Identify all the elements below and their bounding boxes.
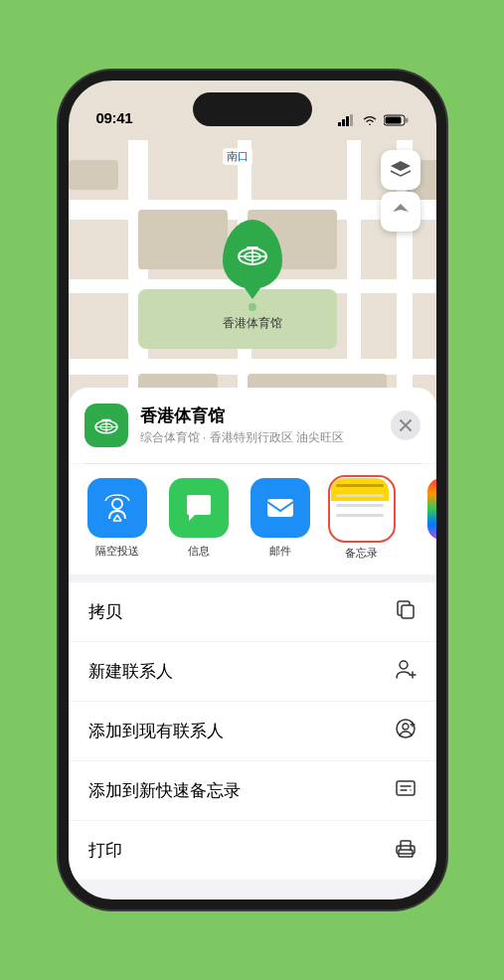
map-controls [381,150,420,234]
pin-label: 香港体育馆 [223,315,282,332]
mail-icon [263,491,297,525]
svg-rect-2 [346,116,349,126]
svg-rect-11 [247,246,258,249]
svg-point-25 [400,661,408,669]
notes-line-1 [336,484,384,487]
location-card-icon [84,404,128,447]
print-icon [395,837,417,864]
stadium-icon [235,237,270,272]
action-new-contact[interactable]: 新建联系人 [69,642,436,702]
messages-icon [182,491,216,525]
action-print[interactable]: 打印 [69,821,436,880]
airdrop-icon-bg [87,478,147,538]
share-item-more[interactable]: 提 [409,478,436,561]
action-add-existing[interactable]: 添加到现有联系人 [69,702,436,761]
phone-frame: 09:41 [59,71,446,909]
svg-rect-23 [267,499,293,517]
location-card-text: 香港体育馆 综合体育馆 · 香港特别行政区 油尖旺区 [140,405,391,446]
person-circle-icon [395,718,417,744]
svg-line-21 [117,515,121,521]
location-card-stadium-icon [92,411,120,439]
svg-rect-16 [101,419,110,421]
action-copy-label: 拷贝 [88,600,122,623]
phone-inner: 09:41 [69,81,436,899]
pin-icon-container [223,220,282,289]
share-item-notes[interactable]: 备忘录 [327,478,397,561]
messages-icon-bg [169,478,229,538]
svg-point-29 [403,724,409,730]
mail-icon-bg [251,478,310,538]
action-print-label: 打印 [88,839,122,862]
map-type-button[interactable] [381,150,420,190]
svg-line-20 [113,515,117,521]
status-icons [338,114,409,126]
svg-point-28 [397,720,415,737]
mail-label: 邮件 [269,544,291,559]
location-arrow-icon [391,202,411,222]
battery-icon [384,114,409,126]
more-icon-bg [427,478,436,540]
person-add-icon [395,658,417,685]
svg-rect-32 [397,781,415,795]
messages-label: 信息 [188,544,210,559]
location-card: 香港体育馆 综合体育馆 · 香港特别行政区 油尖旺区 [69,388,436,463]
notes-icon-highlighted [331,478,393,540]
action-copy[interactable]: 拷贝 [69,582,436,642]
signal-icon [338,114,356,126]
airdrop-label: 隔空投送 [95,544,139,559]
notes-icon [331,478,389,536]
svg-rect-5 [385,117,401,124]
pin-shadow [249,303,256,311]
share-item-messages[interactable]: 信息 [164,478,234,561]
notes-add-icon [395,777,417,804]
action-add-notes-label: 添加到新快速备忘录 [88,779,241,802]
status-time: 09:41 [96,109,133,126]
svg-point-19 [112,499,122,509]
share-item-airdrop[interactable]: 隔空投送 [83,478,152,561]
svg-rect-1 [342,119,345,126]
copy-icon [395,598,417,625]
action-list: 拷贝 新建联系人 [69,582,436,880]
notes-line-4 [336,514,384,517]
location-pin: 香港体育馆 [223,220,282,332]
action-add-existing-label: 添加到现有联系人 [88,720,224,742]
svg-rect-24 [402,605,414,618]
action-add-notes[interactable]: 添加到新快速备忘录 [69,761,436,821]
notes-label: 备忘录 [345,546,378,561]
location-subtitle: 综合体育馆 · 香港特别行政区 油尖旺区 [140,429,391,446]
map-layers-icon [390,159,412,181]
wifi-icon [362,114,378,126]
location-name: 香港体育馆 [140,405,391,427]
airdrop-icon [100,491,134,525]
bottom-sheet: 香港体育馆 综合体育馆 · 香港特别行政区 油尖旺区 [69,388,436,899]
svg-rect-6 [406,118,409,123]
map-entrance-label: 南口 [223,148,252,165]
action-new-contact-label: 新建联系人 [88,660,173,683]
notes-line-3 [336,504,384,507]
location-button[interactable] [381,192,420,232]
notes-line-2 [336,494,384,497]
svg-point-38 [410,849,412,851]
close-button[interactable] [391,410,420,440]
share-item-mail[interactable]: 邮件 [246,478,315,561]
svg-rect-3 [350,114,353,126]
dynamic-island [193,92,312,126]
share-row: 隔空投送 信息 [69,464,436,574]
close-icon [400,419,412,431]
svg-rect-0 [338,122,341,126]
